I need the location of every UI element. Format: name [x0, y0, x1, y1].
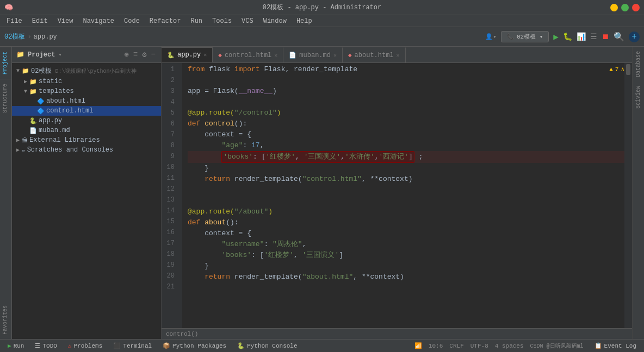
project-dropdown-arrow[interactable]: ▾ [58, 52, 61, 58]
tab-muban-md-close[interactable]: ✕ [333, 52, 337, 59]
line-num-5: 5 [162, 108, 178, 118]
scroll-thumb[interactable] [626, 64, 630, 75]
debug-button[interactable]: 🐛 [563, 32, 572, 41]
tab-control-html[interactable]: ◆ control.html ✕ [213, 47, 283, 62]
more-button[interactable]: ☰ [590, 32, 597, 41]
terminal-btn[interactable]: ⬛ Terminal [109, 341, 156, 350]
run-button[interactable]: ▶ [553, 32, 559, 42]
stop-button[interactable]: ⏹ [602, 33, 609, 41]
ext-lib-arrow[interactable]: ▶ [14, 137, 22, 143]
code-line-18: 'books': ['红楼梦', '三国演义'] [188, 250, 624, 261]
run-config-btn[interactable]: 📞 02模板 ▾ [501, 31, 549, 42]
menu-window[interactable]: Window [259, 16, 291, 26]
tree-control-html[interactable]: 🔷 control.html [12, 106, 161, 116]
code-content[interactable]: ▲ 7 ∧ from flask import Flask, render_te… [182, 63, 624, 328]
sciview-panel-toggle[interactable]: SciView [634, 81, 642, 113]
tree-external-libraries[interactable]: ▶ 🏛 External Libraries [12, 135, 161, 145]
left-side-strip: Project Structure Favorites [0, 47, 12, 339]
menu-edit[interactable]: Edit [28, 16, 52, 26]
add-button[interactable]: + [629, 32, 640, 42]
menu-file[interactable]: File [2, 16, 27, 26]
profile-button[interactable]: 📊 [577, 32, 586, 41]
line-num-11: 11 [162, 173, 178, 184]
str-books-about: 'books' [221, 250, 251, 261]
tree-root[interactable]: ▼ 📁 02模板 D:\视频课程\python小白到大神 [12, 65, 161, 77]
event-log-btn[interactable]: 📋 Event Log [590, 341, 641, 350]
title-bar: 🧠 02模板 - app.py - Administrator [0, 0, 644, 15]
line-num-13: 13 [162, 194, 178, 205]
tree-static[interactable]: ▶ 📁 static [12, 77, 161, 86]
tab-about-html-close[interactable]: ✕ [397, 52, 400, 59]
menu-refactor[interactable]: Refactor [145, 16, 185, 26]
editor-area: 🐍 app.py ✕ ◆ control.html ✕ 📄 muban.md ✕… [162, 47, 632, 339]
kw-def: def [188, 118, 200, 129]
python-console-btn[interactable]: 🐍 Python Console [233, 341, 301, 350]
left-strip-spacer [0, 117, 11, 301]
line-num-18: 18 [162, 249, 178, 260]
tree-scratches[interactable]: ▶ ✏️ Scratches and Consoles [12, 145, 161, 155]
problems-btn[interactable]: ⚠ Problems [64, 341, 107, 350]
tree-muban-md[interactable]: 📄 muban.md [12, 125, 161, 135]
structure-panel-toggle[interactable]: Structure [0, 79, 11, 117]
title-bar-title: 02模板 - app.py - Administrator [263, 3, 381, 12]
str-zhoujielun: "周杰伦" [273, 239, 302, 250]
tab-muban-md[interactable]: 📄 muban.md ✕ [283, 47, 343, 62]
tab-about-html[interactable]: ◆ about.html ✕ [343, 47, 406, 62]
breadcrumb-project[interactable]: 02模板 [4, 32, 25, 41]
panel-action-filter[interactable]: ⚙ [141, 50, 147, 59]
scratches-arrow[interactable]: ▶ [14, 147, 22, 153]
indent-info: 4 spaces [495, 343, 524, 349]
tree-about-html[interactable]: 🔷 about.html [12, 96, 161, 106]
tab-control-html-close[interactable]: ✕ [274, 52, 277, 59]
tree-app-py[interactable]: 🐍 app.py [12, 116, 161, 125]
database-panel-toggle[interactable]: Database [634, 47, 642, 81]
python-packages-btn[interactable]: 📦 Python Packages [158, 341, 231, 350]
line-num-1: 1 [162, 64, 178, 75]
panel-action-expand[interactable]: ≡ [132, 50, 139, 59]
menu-help[interactable]: Help [292, 16, 317, 26]
run-config-label: 02模板 ▾ [517, 33, 543, 41]
tree-templates[interactable]: ▼ 📁 templates [12, 86, 161, 96]
minimize-button[interactable] [610, 4, 618, 11]
line-num-16: 16 [162, 227, 178, 238]
project-panel: 📁 Project ▾ ⊕ ≡ ⚙ − ▼ 📁 02模板 D:\视频课程\pyt… [12, 47, 162, 339]
menu-code[interactable]: Code [120, 16, 144, 26]
code-line-4 [188, 97, 624, 108]
todo-btn[interactable]: ☰ TODO [30, 341, 61, 350]
project-panel-toggle[interactable]: Project [0, 47, 11, 79]
problems-icon: ⚠ [68, 342, 72, 349]
menu-run[interactable]: Run [186, 16, 207, 26]
tab-app-py-close[interactable]: ✕ [203, 52, 207, 58]
str-username: "username" [221, 239, 264, 250]
problems-label: Problems [73, 343, 102, 349]
bottom-toolbar: ▶ Run ☰ TODO ⚠ Problems ⬛ Terminal 📦 Pyt… [0, 339, 644, 352]
search-button[interactable]: 🔍 [614, 32, 624, 42]
menu-vcs[interactable]: VCS [237, 16, 258, 26]
run-btn[interactable]: ▶ Run [3, 341, 28, 350]
maximize-button[interactable] [621, 4, 629, 11]
menu-navigate[interactable]: Navigate [78, 16, 119, 26]
code-line-19: } [188, 261, 624, 272]
tab-app-py-icon: 🐍 [167, 52, 175, 59]
tab-app-py[interactable]: 🐍 app.py ✕ [162, 47, 213, 62]
templates-expand-arrow[interactable]: ▼ [22, 89, 29, 95]
close-button[interactable] [632, 4, 640, 11]
line-num-8: 8 [162, 140, 178, 151]
line-num-17: 17 [162, 238, 178, 249]
menu-tools[interactable]: Tools [208, 16, 236, 26]
encoding: UTF-8 [470, 343, 488, 349]
tab-app-py-label: app.py [177, 51, 201, 59]
fn-about: about [205, 217, 226, 228]
root-expand-arrow[interactable]: ▼ [14, 68, 22, 74]
panel-action-minimize[interactable]: − [150, 50, 157, 59]
static-expand-arrow[interactable]: ▶ [22, 78, 29, 85]
code-line-6: ▶ def control(): [188, 118, 624, 129]
editor-scrollbar[interactable] [624, 63, 632, 328]
breadcrumb-file[interactable]: app.py [34, 33, 57, 41]
app-py-icon: 🐍 [29, 117, 37, 124]
editor-status-bar: control() [162, 328, 632, 339]
dunder-name: __name__ [239, 86, 273, 97]
favorites-panel-toggle[interactable]: Favorites [0, 301, 11, 339]
panel-action-scroll[interactable]: ⊕ [123, 50, 129, 59]
menu-view[interactable]: View [53, 16, 78, 26]
